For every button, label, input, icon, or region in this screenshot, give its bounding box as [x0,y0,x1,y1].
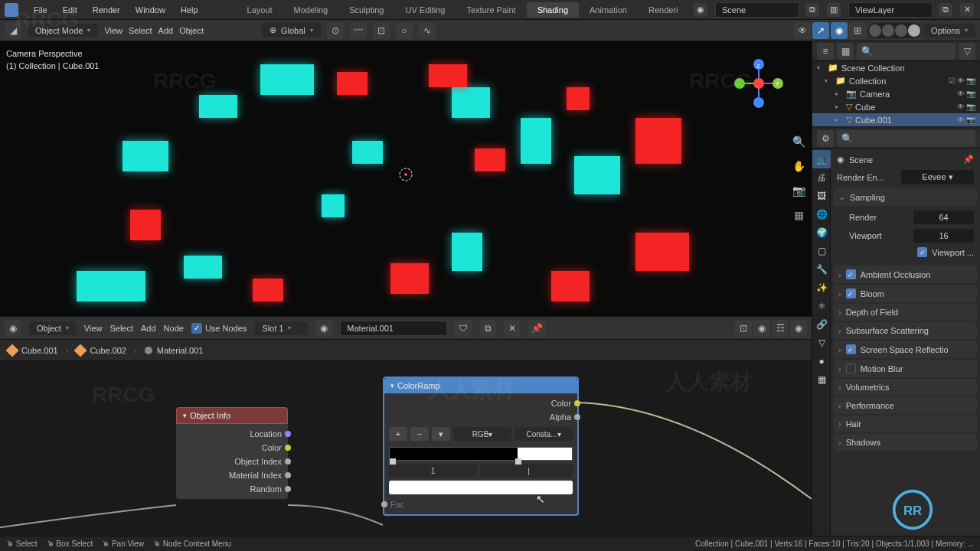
outliner-search-icon[interactable]: 🔍 [857,43,956,60]
ramp-color-swatch[interactable] [389,481,573,494]
nodehdr-node[interactable]: Node [164,324,184,333]
menu-file[interactable]: File [26,5,55,15]
panel-motion-blur[interactable]: Motion Blur [834,360,977,377]
snap-icon[interactable]: 〰 [350,22,367,39]
node-arrange-icon[interactable]: ☶ [772,320,789,337]
pivot-icon[interactable]: ⊙ [327,22,344,39]
ol-scene-collection[interactable]: ▾📁Scene Collection [812,61,980,74]
material-shield-icon[interactable]: 🛡 [455,320,472,337]
ramp-pos-field[interactable]: | [480,464,573,478]
navigation-gizmo[interactable]: ZY [732,57,786,110]
ramp-mode-dropdown[interactable]: RGB ▾ [453,427,511,441]
ramp-add-button[interactable]: + [389,427,407,441]
socket-object-index[interactable]: Object Index [176,455,288,468]
panel-performance[interactable]: Performance [834,397,977,414]
material-browse-icon[interactable]: ◉ [315,320,332,337]
nodehdr-view[interactable]: View [84,324,103,333]
ptab-scene[interactable]: 🌐 [812,205,831,223]
ptab-render[interactable]: 📺 [812,150,831,168]
node-color-ramp[interactable]: ColorRamp Color Alpha + − ▾ RGB ▾ Consta… [383,377,579,516]
props-pin-icon[interactable]: 📌 [963,155,974,165]
solid-shading-icon[interactable] [882,24,894,37]
hdr-select[interactable]: Select [129,26,152,35]
render-engine-dropdown[interactable]: Eevee ▾ [901,170,974,184]
ramp-menu-button[interactable]: ▾ [432,427,450,441]
viewport-denoise-checkbox[interactable]: ✓ [917,247,927,257]
tab-sculpting[interactable]: Sculpting [338,2,394,18]
ramp-index-field[interactable]: 1 [389,464,477,478]
pin-icon[interactable]: 📌 [528,320,545,337]
proportional-falloff-icon[interactable]: ∿ [419,22,436,39]
panel-dof[interactable]: Depth of Field [834,304,977,321]
ramp-remove-button[interactable]: − [410,427,429,441]
bc-material[interactable]: Material.001 [145,346,204,355]
options-dropdown[interactable]: Options [923,24,975,37]
outliner-type-icon[interactable]: ≡ [817,43,834,60]
bloom-checkbox[interactable]: ✓ [846,289,856,298]
bc-cube001[interactable]: Cube.001 [8,346,58,355]
socket-ramp-color[interactable]: Color [384,396,577,410]
ramp-interp-dropdown[interactable]: Consta...▾ [514,427,573,441]
panel-bloom[interactable]: ✓Bloom [834,285,977,302]
close-viewlayer-icon[interactable]: ✕ [960,3,974,17]
panel-volumetrics[interactable]: Volumetrics [834,379,977,396]
3d-viewport[interactable]: Camera Perspective (1) Collection | Cube… [0,41,812,317]
nodehdr-select[interactable]: Select [109,324,133,333]
socket-location[interactable]: Location [176,427,288,441]
tab-modeling[interactable]: Modeling [283,2,339,18]
node-object-info-title[interactable]: Object Info [176,407,288,424]
outliner-filter-icon[interactable]: ▽ [959,43,975,60]
camera-view-icon[interactable]: 📷 [790,182,807,199]
tab-texture-paint[interactable]: Texture Paint [456,2,526,18]
tab-layout[interactable]: Layout [237,2,283,18]
material-copy-icon[interactable]: ⧉ [479,320,496,337]
ptab-physics[interactable]: ⚛ [812,297,831,315]
panel-hair[interactable]: Hair [834,416,977,432]
ptab-texture[interactable]: ▦ [812,370,831,389]
ramp-gradient[interactable] [389,447,573,461]
pan-icon[interactable]: ✋ [790,158,807,174]
node-editor-type-icon[interactable]: ◉ [5,320,21,337]
tab-uv-editing[interactable]: UV Editing [394,2,456,18]
orientation-selector[interactable]: ⊕Global [262,23,321,37]
render-samples-field[interactable]: 64 [913,210,974,224]
copy-scene-icon[interactable]: ⧉ [805,3,819,17]
menu-window[interactable]: Window [128,5,173,15]
hdr-add[interactable]: Add [158,26,174,35]
menu-edit[interactable]: Edit [55,5,85,15]
shading-mode[interactable] [867,23,922,38]
editor-type-icon[interactable]: ◢ [5,22,21,39]
outliner-display-icon[interactable]: ▦ [837,43,854,60]
props-type-icon[interactable]: ⚙ [817,130,834,147]
scene-selector[interactable]: Scene [715,2,799,18]
ramp-stop-1[interactable] [515,458,521,465]
ol-cube001[interactable]: ▸▽Cube.001👁📷 [812,113,980,126]
nodehdr-add[interactable]: Add [141,324,156,333]
material-name-field[interactable]: Material.001 [340,321,447,336]
panel-ssr[interactable]: ✓Screen Space Reflectio [834,341,977,358]
outliner[interactable]: ▾📁Scene Collection ▾📁Collection☑👁📷 ▸📷Cam… [812,61,980,129]
motion-blur-checkbox[interactable] [846,364,856,373]
node-canvas[interactable]: Object Info Location Color Object Index … [0,361,812,536]
ptab-output[interactable]: 🖨 [812,168,831,187]
node-snap-icon[interactable]: ⊡ [735,320,752,337]
tab-shading[interactable]: Shading [527,2,579,18]
socket-ramp-fac[interactable]: Fac [384,497,577,511]
material-unlink-icon[interactable]: ✕ [504,320,521,337]
bc-cube002[interactable]: Cube.002 [76,346,126,355]
xray-icon[interactable]: ⊞ [849,22,866,39]
ptab-object[interactable]: ▢ [812,242,831,260]
snap-target-icon[interactable]: ⊡ [373,22,390,39]
ptab-data[interactable]: ▽ [812,334,831,352]
panel-sampling[interactable]: Sampling [834,188,977,206]
material-shading-icon[interactable] [895,24,907,37]
ptab-modifiers[interactable]: 🔧 [812,260,831,279]
node-object-info[interactable]: Object Info Location Color Object Index … [176,407,288,499]
ptab-constraints[interactable]: 🔗 [812,315,831,334]
panel-sss[interactable]: Subsurface Scattering [834,322,977,339]
node-overlay-icon[interactable]: ◉ [753,320,770,337]
ao-checkbox[interactable]: ✓ [846,269,856,279]
node-color-ramp-title[interactable]: ColorRamp [384,378,577,393]
panel-ao[interactable]: ✓Ambient Occlusion [834,266,977,283]
visibility-icon[interactable]: 👁 [794,22,811,39]
